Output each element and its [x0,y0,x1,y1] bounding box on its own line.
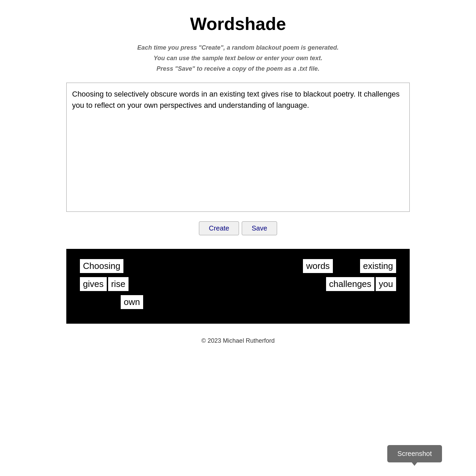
poem-word: rise [108,277,129,291]
poem-word: gives [80,277,107,291]
screenshot-button-container: Screenshot [387,445,442,462]
instructions-block: Each time you press "Create", a random b… [66,44,410,72]
poem-row-1: Choosing words existing [80,259,396,273]
instruction-line-3: Press "Save" to receive a copy of the po… [66,65,410,72]
app-title: Wordshade [66,14,410,34]
text-input[interactable] [66,83,410,212]
footer: © 2023 Michael Rutherford [66,337,410,344]
poem-word: words [303,259,333,273]
poem-word: Choosing [80,259,123,273]
instruction-line-2: You can use the sample text below or ent… [66,55,410,62]
poem-row-3: own [80,295,396,309]
screenshot-button[interactable]: Screenshot [387,445,442,462]
poem-word: existing [360,259,396,273]
poem-word: you [376,277,396,291]
poem-word: challenges [326,277,374,291]
poem-display: Choosing words existing gives rise chall… [66,249,410,324]
poem-word: own [121,295,143,309]
poem-row-2: gives rise challenges you [80,277,396,291]
save-button[interactable]: Save [242,221,277,235]
instruction-line-1: Each time you press "Create", a random b… [66,44,410,51]
create-button[interactable]: Create [199,221,239,235]
button-row: Create Save [66,221,410,235]
